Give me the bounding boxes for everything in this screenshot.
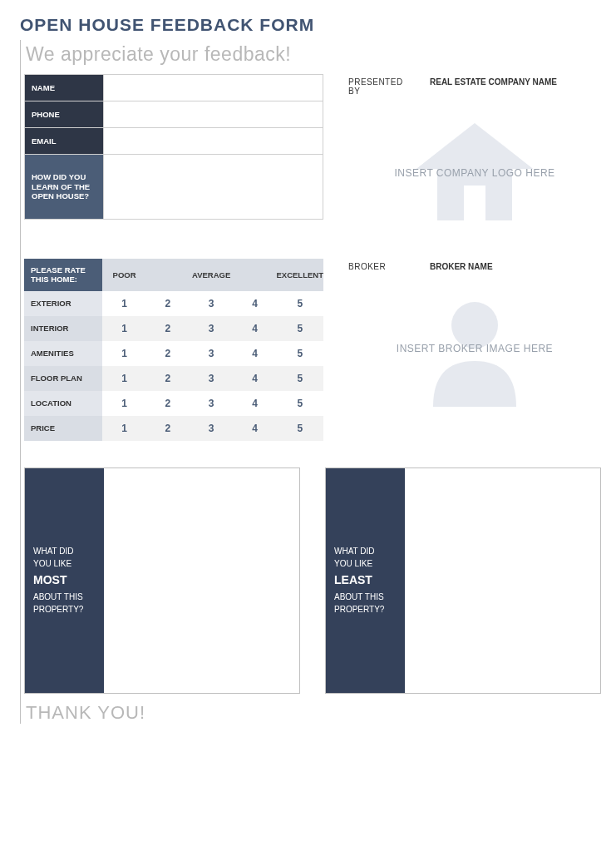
contact-table: NAME PHONE EMAIL HOW DID YOU LEARN OF TH… — [24, 74, 323, 220]
rating-row: INTERIOR12345 — [24, 316, 323, 341]
rating-criterion: FLOOR PLAN — [24, 366, 102, 391]
like-least-label: WHAT DID YOU LIKE LEAST ABOUT THIS PROPE… — [326, 468, 405, 693]
broker-label: BROKER — [348, 262, 415, 271]
rating-criterion: AMENITIES — [24, 341, 102, 366]
phone-label: PHONE — [25, 101, 104, 128]
rating-cell[interactable]: 4 — [234, 291, 277, 316]
rating-row: EXTERIOR12345 — [24, 291, 323, 316]
thank-you: THANK YOU! — [24, 694, 601, 724]
rating-cell[interactable]: 5 — [276, 416, 323, 441]
name-label: NAME — [25, 75, 104, 101]
rating-criterion: PRICE — [24, 416, 102, 441]
rating-cell[interactable]: 1 — [102, 391, 145, 416]
rating-row: PRICE12345 — [24, 416, 323, 441]
phone-field[interactable] — [104, 101, 323, 128]
rating-cell[interactable]: 5 — [276, 366, 323, 391]
rating-cell[interactable]: 2 — [146, 316, 190, 341]
rating-cell[interactable]: 2 — [146, 366, 190, 391]
rating-cell[interactable]: 4 — [234, 341, 277, 366]
rating-cell[interactable]: 4 — [234, 391, 277, 416]
rating-cell[interactable]: 2 — [146, 416, 190, 441]
presented-by-label: PRESENTED BY — [348, 77, 415, 96]
name-row: NAME — [25, 75, 323, 101]
howlearn-row: HOW DID YOU LEARN OF THE OPEN HOUSE? — [25, 155, 323, 220]
rating-cell[interactable]: 2 — [146, 291, 190, 316]
rating-cell[interactable]: 1 — [102, 366, 145, 391]
rating-cell[interactable]: 3 — [190, 341, 234, 366]
rating-cell[interactable]: 3 — [190, 366, 234, 391]
rating-criterion: EXTERIOR — [24, 291, 102, 316]
howlearn-field[interactable] — [104, 155, 323, 220]
scale-blank2 — [234, 259, 277, 291]
svg-rect-4 — [464, 186, 485, 220]
rating-cell[interactable]: 4 — [234, 366, 277, 391]
email-label: EMAIL — [25, 128, 104, 155]
rating-cell[interactable]: 2 — [146, 391, 190, 416]
rating-cell[interactable]: 3 — [190, 391, 234, 416]
rating-cell[interactable]: 5 — [276, 291, 323, 316]
rating-row: FLOOR PLAN12345 — [24, 366, 323, 391]
rating-cell[interactable]: 1 — [102, 316, 145, 341]
rating-cell[interactable]: 1 — [102, 416, 145, 441]
phone-row: PHONE — [25, 101, 323, 128]
howlearn-label: HOW DID YOU LEARN OF THE OPEN HOUSE? — [25, 155, 104, 220]
broker-image-placeholder: INSERT BROKER IMAGE HERE — [348, 286, 601, 411]
subtitle: We appreciate your feedback! — [24, 40, 601, 74]
broker-row: BROKER BROKER NAME — [348, 262, 601, 271]
company-logo-placeholder: INSERT COMPANY LOGO HERE — [348, 111, 601, 235]
rating-cell[interactable]: 2 — [146, 341, 190, 366]
presented-by-row: PRESENTED BY REAL ESTATE COMPANY NAME — [348, 77, 601, 96]
rating-cell[interactable]: 3 — [190, 316, 234, 341]
rating-header: PLEASE RATE THIS HOME: — [24, 259, 102, 291]
like-least-field[interactable] — [405, 468, 600, 693]
scale-poor: POOR — [102, 259, 145, 291]
rating-row: AMENITIES12345 — [24, 341, 323, 366]
scale-excellent: EXCELLENT — [276, 259, 323, 291]
email-row: EMAIL — [25, 128, 323, 155]
rating-cell[interactable]: 3 — [190, 291, 234, 316]
rating-cell[interactable]: 4 — [234, 316, 277, 341]
rating-table: PLEASE RATE THIS HOME: POOR AVERAGE EXCE… — [24, 259, 323, 441]
like-most-box: WHAT DID YOU LIKE MOST ABOUT THIS PROPER… — [24, 467, 300, 694]
email-field[interactable] — [104, 128, 323, 155]
rating-criterion: LOCATION — [24, 391, 102, 416]
rating-cell[interactable]: 5 — [276, 316, 323, 341]
rating-cell[interactable]: 1 — [102, 291, 145, 316]
company-name: REAL ESTATE COMPANY NAME — [430, 77, 557, 96]
svg-point-5 — [451, 302, 498, 349]
rating-criterion: INTERIOR — [24, 316, 102, 341]
like-most-label: WHAT DID YOU LIKE MOST ABOUT THIS PROPER… — [25, 468, 104, 693]
rating-cell[interactable]: 3 — [190, 416, 234, 441]
scale-average: AVERAGE — [190, 259, 234, 291]
rating-cell[interactable]: 5 — [276, 391, 323, 416]
rating-cell[interactable]: 1 — [102, 341, 145, 366]
name-field[interactable] — [104, 75, 323, 101]
broker-name: BROKER NAME — [430, 262, 493, 271]
rating-cell[interactable]: 4 — [234, 416, 277, 441]
rating-row: LOCATION12345 — [24, 391, 323, 416]
page-title: OPEN HOUSE FEEDBACK FORM — [20, 15, 601, 35]
like-most-field[interactable] — [104, 468, 299, 693]
svg-marker-2 — [416, 123, 533, 169]
like-least-box: WHAT DID YOU LIKE LEAST ABOUT THIS PROPE… — [325, 467, 601, 694]
rating-cell[interactable]: 5 — [276, 341, 323, 366]
scale-blank1 — [146, 259, 190, 291]
